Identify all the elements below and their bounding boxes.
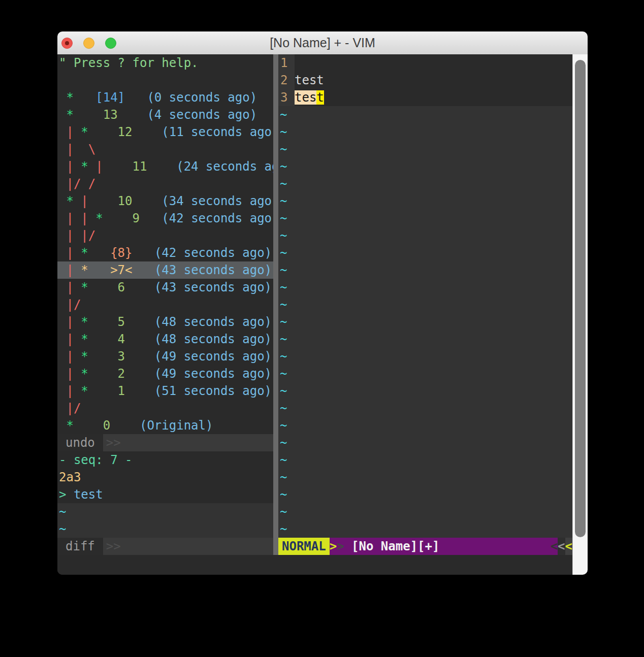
traffic-lights [61,38,116,49]
undotree-rows: " Press ? for help. * [14] (0 seconds ag… [57,54,273,434]
filler-line: ~ [278,227,572,244]
filler-line: ~ [278,106,572,123]
filler-line: ~ [278,469,572,486]
vim-window: [No Name] + - VIM " Press ? for help. * … [57,31,588,575]
undotree-row[interactable]: | | * 9 (42 seconds ago) [57,210,273,227]
minimize-button[interactable] [83,38,94,49]
buffer-text[interactable]: test [295,89,572,106]
title-bar[interactable]: [No Name] + - VIM [57,31,588,55]
filler-line: ~ [278,486,572,503]
buffer-fillers: ~~~~~~~~~~~~~~~~~~~~~~~~~ [278,106,572,538]
filler-line: ~ [278,244,572,261]
buffer-lines: 12test3test [278,54,572,106]
diff-line[interactable]: > test [57,486,273,503]
undotree-row[interactable]: " Press ? for help. [57,54,273,72]
undotree-row[interactable]: |/ / [57,175,273,192]
undotree-row[interactable]: | * 6 (43 seconds ago) [57,279,273,296]
undotree-row[interactable]: | * 5 (48 seconds ago) [57,313,273,331]
buffer-line[interactable]: 3test [278,89,572,106]
pane-separator[interactable] [273,54,278,555]
filler-line: ~ [278,348,572,365]
filler-line: ~ [278,503,572,520]
line-number: 3 [278,89,295,106]
buffer-pane: 12test3test ~~~~~~~~~~~~~~~~~~~~~~~~~ NO… [278,54,572,555]
filler-line: ~ [278,417,572,434]
undotree-row[interactable]: * 13 (4 seconds ago) [57,106,273,123]
undotree-row[interactable] [57,72,273,89]
scrollbar[interactable] [572,54,588,575]
powerline-separator-icon: < [558,538,565,555]
filler-line: ~ [278,261,572,279]
filler-line: ~ [278,382,572,400]
filler-line: ~ [278,313,572,331]
filler-line: ~ [57,503,273,520]
close-button[interactable] [61,38,73,49]
diff-statusline-label: diff [57,538,103,555]
buffer-text[interactable] [295,54,572,72]
undotree-row[interactable]: | \ [57,141,273,158]
undotree-row[interactable]: | * 12 (11 seconds ago) [57,123,273,141]
undotree-row[interactable]: | * | 11 (24 seconds ago) [57,158,273,175]
filler-line: ~ [278,520,572,538]
undotree-row[interactable]: * | 10 (34 seconds ago) [57,192,273,210]
filler-line: ~ [278,192,572,210]
filler-line: ~ [278,365,572,382]
powerline-separator-icon: < [565,538,572,555]
scrollbar-thumb[interactable] [575,60,586,537]
line-number: 2 [278,72,295,89]
line-number: 1 [278,54,295,72]
undotree-pane: " Press ? for help. * [14] (0 seconds ag… [57,54,273,555]
filler-line: ~ [278,210,572,227]
undotree-row[interactable]: * [14] (0 seconds ago) [57,89,273,106]
filler-line: ~ [278,434,572,451]
filler-line: ~ [278,158,572,175]
filler-line: ~ [278,331,572,348]
zoom-button[interactable] [105,38,116,49]
filler-line: ~ [278,400,572,417]
undotree-row[interactable]: | * 1 (51 seconds ago) [57,382,273,400]
undotree-row[interactable]: | * >7< (43 seconds ago) [57,261,273,279]
powerline-separator-icon: > [330,538,337,555]
filler-line: ~ [278,175,572,192]
active-statusline: NORMAL > > [No Name][+] < < < [278,538,572,555]
undotree-row[interactable]: | |/ [57,227,273,244]
buffer-line[interactable]: 2test [278,72,572,89]
command-line[interactable] [57,555,572,575]
undo-statusline: undo >> [57,434,273,451]
undotree-row[interactable]: | * 4 (48 seconds ago) [57,331,273,348]
diff-panel: - seq: 7 -2a3> test~~ [57,451,273,538]
diff-line[interactable]: - seq: 7 - [57,451,273,469]
powerline-separator-icon: < [551,538,558,555]
undotree-row[interactable]: |/ [57,296,273,313]
filler-line: ~ [278,279,572,296]
undotree-row[interactable]: | * 3 (49 seconds ago) [57,348,273,365]
filler-line: ~ [278,296,572,313]
diff-line[interactable]: 2a3 [57,469,273,486]
filler-line: ~ [278,451,572,469]
undo-statusline-label: undo [57,434,103,451]
buffer-text[interactable]: test [295,72,572,89]
filler-line: ~ [278,123,572,141]
powerline-separator-icon: > [337,538,344,555]
undotree-row[interactable]: |/ [57,400,273,417]
diff-statusline: diff >> [57,538,273,555]
statusline-separator-icon: >> [103,538,121,555]
vim-content: " Press ? for help. * [14] (0 seconds ag… [57,54,572,575]
filename-label: [No Name][+] [344,538,551,555]
mode-indicator: NORMAL [278,538,330,555]
buffer-line[interactable]: 1 [278,54,572,72]
filler-line: ~ [278,141,572,158]
window-title: [No Name] + - VIM [270,36,375,50]
undotree-row[interactable]: | * {8} (42 seconds ago) [57,244,273,261]
undotree-row[interactable]: | * 2 (49 seconds ago) [57,365,273,382]
statusline-separator-icon: >> [103,434,121,451]
undotree-row[interactable]: * 0 (Original) [57,417,273,434]
filler-line: ~ [57,520,273,538]
